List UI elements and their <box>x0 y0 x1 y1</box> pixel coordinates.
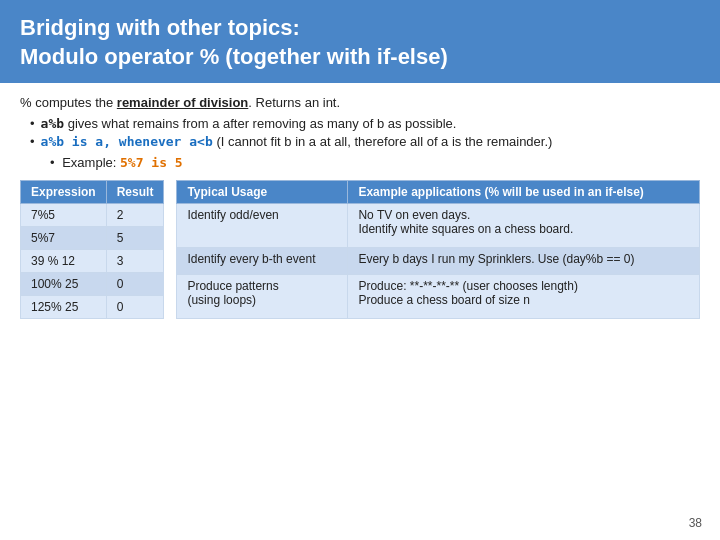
bullet-1: a%b gives what remains from a after remo… <box>30 116 700 131</box>
example-bullet: • <box>50 155 55 170</box>
header-line2: Modulo operator % (together with if-else… <box>20 43 700 72</box>
example-cell: Produce: **-**-**-** (user chooses lengt… <box>348 275 700 319</box>
example-cell: No TV on even days. Identify white squar… <box>348 204 700 248</box>
expression-cell: 100% 25 <box>21 273 107 296</box>
table-row: Identify every b-th eventEvery b days I … <box>177 248 700 275</box>
expression-cell: 125% 25 <box>21 296 107 319</box>
left-col-result: Result <box>106 181 164 204</box>
example-line: • Example: 5%7 is 5 <box>50 155 700 170</box>
result-cell: 2 <box>106 204 164 227</box>
result-cell: 0 <box>106 296 164 319</box>
bullet-list: a%b gives what remains from a after remo… <box>30 116 700 149</box>
example-label: Example: <box>62 155 120 170</box>
intro-underline: remainder of division <box>117 95 248 110</box>
bullet-2-text: a%b is a, whenever a<b (I cannot fit b i… <box>41 134 553 149</box>
example-cell: Every b days I run my Sprinklers. Use (d… <box>348 248 700 275</box>
example-code: 5%7 is 5 <box>120 155 183 170</box>
expression-cell: 5%7 <box>21 227 107 250</box>
bullet-2: a%b is a, whenever a<b (I cannot fit b i… <box>30 134 700 149</box>
tables-container: Expression Result 7%525%7539 % 123100% 2… <box>20 180 700 319</box>
expression-cell: 7%5 <box>21 204 107 227</box>
table-row: Identify odd/evenNo TV on even days. Ide… <box>177 204 700 248</box>
table-row: Produce patterns (using loops)Produce: *… <box>177 275 700 319</box>
table-row: 125% 250 <box>21 296 164 319</box>
table-row: 39 % 123 <box>21 250 164 273</box>
intro-before: % computes the <box>20 95 117 110</box>
header-line1: Bridging with other topics: <box>20 14 700 43</box>
slide-header: Bridging with other topics: Modulo opera… <box>0 0 720 83</box>
result-cell: 3 <box>106 250 164 273</box>
result-cell: 5 <box>106 227 164 250</box>
right-col-usage: Typical Usage <box>177 181 348 204</box>
page-number: 38 <box>689 516 702 530</box>
usage-table: Typical Usage Example applications (% wi… <box>176 180 700 319</box>
expression-table: Expression Result 7%525%7539 % 123100% 2… <box>20 180 164 319</box>
slide-content: % computes the remainder of division. Re… <box>0 83 720 329</box>
table-row: 5%75 <box>21 227 164 250</box>
bullet-1-text: a%b gives what remains from a after remo… <box>41 116 457 131</box>
left-col-expression: Expression <box>21 181 107 204</box>
usage-cell: Identify every b-th event <box>177 248 348 275</box>
intro-after: . Returns an int. <box>248 95 340 110</box>
expression-cell: 39 % 12 <box>21 250 107 273</box>
table-row: 7%52 <box>21 204 164 227</box>
table-row: 100% 250 <box>21 273 164 296</box>
usage-cell: Identify odd/even <box>177 204 348 248</box>
right-col-example: Example applications (% will be used in … <box>348 181 700 204</box>
result-cell: 0 <box>106 273 164 296</box>
intro-text: % computes the remainder of division. Re… <box>20 95 700 110</box>
usage-cell: Produce patterns (using loops) <box>177 275 348 319</box>
